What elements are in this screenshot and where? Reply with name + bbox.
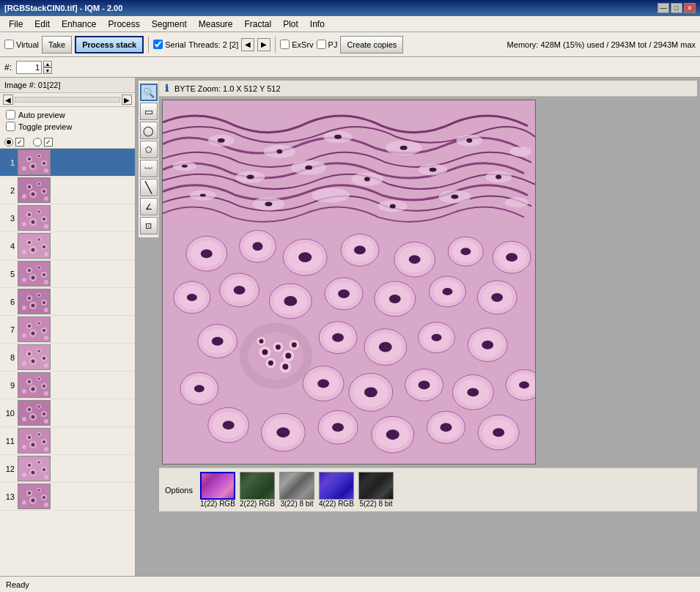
thumbnail-item-3[interactable]: 3 — [0, 204, 135, 232]
auto-preview-checkbox[interactable] — [6, 110, 15, 119]
checkbox-1[interactable]: ✓ — [15, 138, 24, 147]
ellipse-select-tool[interactable]: ◯ — [140, 122, 158, 139]
maximize-button[interactable]: □ — [671, 3, 682, 13]
close-button[interactable]: ✕ — [684, 3, 696, 13]
menu-fractal[interactable]: Fractal — [238, 18, 277, 31]
auto-preview-option[interactable]: Auto preview — [6, 110, 129, 119]
channel-5-thumb[interactable] — [358, 472, 394, 500]
freehand-select-tool[interactable]: 〰 — [140, 160, 158, 177]
svg-point-226 — [285, 353, 291, 359]
thumbnail-item-6[interactable]: 6 — [0, 288, 135, 316]
thumbnail-number-3: 3 — [1, 214, 15, 223]
thumbnail-item-10[interactable]: 10 — [0, 399, 135, 427]
canvas-area[interactable] — [159, 97, 697, 467]
thumbnail-item-13[interactable]: 13 — [0, 483, 135, 511]
menu-process[interactable]: Process — [102, 18, 145, 31]
svg-point-87 — [32, 360, 35, 363]
svg-point-53 — [43, 273, 45, 276]
pj-checkbox[interactable] — [317, 40, 326, 49]
svg-point-137 — [22, 500, 26, 505]
svg-point-176 — [451, 194, 458, 199]
menu-measure[interactable]: Measure — [193, 18, 239, 31]
svg-point-163 — [276, 149, 282, 154]
serial-checkbox[interactable] — [153, 40, 163, 49]
thumbnail-item-9[interactable]: 9 — [0, 371, 135, 399]
svg-point-31 — [43, 218, 45, 221]
rect-select-tool[interactable]: ▭ — [140, 103, 158, 120]
thumbnail-item-12[interactable]: 12 — [0, 455, 135, 483]
scroll-right-button[interactable]: ▶ — [122, 95, 132, 105]
zoom-tool[interactable]: 🔍 — [140, 84, 158, 101]
svg-point-109 — [32, 415, 35, 419]
radio-2[interactable] — [33, 138, 42, 147]
svg-point-261 — [419, 380, 430, 389]
scroll-left-button[interactable]: ◀ — [3, 95, 13, 105]
frame-spinner[interactable]: 1 ▲ ▼ — [16, 61, 52, 74]
prev-frame-button[interactable]: ◀ — [241, 38, 254, 51]
frame-up-arrow[interactable]: ▲ — [43, 61, 52, 67]
svg-point-175 — [390, 204, 396, 208]
svg-point-128 — [28, 464, 31, 467]
svg-point-171 — [430, 168, 437, 172]
line-tool[interactable]: ╲ — [140, 179, 158, 196]
menu-segment[interactable]: Segment — [146, 18, 193, 31]
menu-info[interactable]: Info — [304, 18, 331, 31]
radio-1[interactable] — [4, 138, 13, 147]
menu-enhance[interactable]: Enhance — [56, 18, 102, 31]
svg-point-222 — [262, 349, 268, 355]
next-frame-button[interactable]: ▶ — [257, 38, 270, 51]
thumbnail-item-7[interactable]: 7 — [0, 316, 135, 344]
svg-point-7 — [28, 158, 31, 160]
thumbnail-item-8[interactable]: 8 — [0, 344, 135, 371]
frame-down-arrow[interactable]: ▼ — [43, 67, 52, 74]
roi-tool[interactable]: ⊡ — [140, 217, 158, 234]
auto-preview-label: Auto preview — [18, 111, 65, 119]
create-copies-button[interactable]: Create copies — [340, 36, 403, 53]
menu-file[interactable]: File — [3, 18, 29, 31]
polygon-select-tool[interactable]: ⬠ — [140, 141, 158, 158]
channel-4-thumb[interactable] — [319, 472, 354, 500]
svg-point-40 — [28, 241, 31, 244]
thumbnail-image-4 — [18, 233, 51, 259]
thumbnail-image-12 — [18, 456, 51, 481]
thumbnail-item-2[interactable]: 2 — [0, 177, 135, 204]
toggle-preview-checkbox[interactable] — [6, 122, 15, 131]
menu-plot[interactable]: Plot — [277, 18, 304, 31]
channel-1-thumb[interactable] — [200, 472, 235, 500]
channel-3-thumb[interactable] — [279, 472, 314, 500]
svg-point-252 — [194, 385, 205, 392]
checkbox-2[interactable]: ✓ — [44, 138, 53, 147]
svg-point-106 — [28, 408, 31, 411]
thumbnail-item-5[interactable]: 5 — [0, 260, 135, 288]
toggle-preview-option[interactable]: Toggle preview — [6, 122, 129, 131]
thumbnail-item-11[interactable]: 11 — [0, 427, 135, 455]
svg-point-127 — [44, 475, 48, 479]
svg-point-255 — [317, 379, 329, 388]
svg-point-126 — [22, 473, 26, 477]
svg-point-139 — [28, 492, 31, 495]
thumbnail-item-1[interactable]: 1 — [0, 149, 135, 177]
minimize-button[interactable]: — — [657, 3, 669, 13]
status-text: Ready — [6, 580, 29, 589]
svg-point-243 — [379, 342, 392, 352]
svg-point-20 — [43, 190, 45, 193]
svg-point-174 — [265, 201, 272, 206]
histology-image[interactable] — [162, 100, 536, 465]
left-panel: Image #: 01[22] ◀ ▶ Auto preview Toggle … — [0, 78, 136, 576]
image-header-text: Image #: 01[22] — [4, 81, 60, 89]
svg-point-220 — [248, 332, 304, 380]
frame-number-input[interactable]: 1 — [16, 61, 42, 74]
take-button[interactable]: Take — [42, 36, 72, 53]
menu-edit[interactable]: Edit — [29, 18, 56, 31]
svg-point-138 — [44, 503, 48, 507]
svg-point-168 — [247, 175, 254, 180]
svg-point-49 — [22, 278, 26, 282]
virtual-checkbox[interactable] — [4, 40, 14, 49]
svg-point-141 — [43, 496, 45, 499]
exsrv-checkbox[interactable] — [280, 40, 290, 49]
channel-2-thumb[interactable] — [240, 472, 275, 500]
thumbnail-number-11: 11 — [1, 437, 15, 445]
thumbnail-item-4[interactable]: 4 — [0, 232, 135, 260]
angle-tool[interactable]: ∠ — [140, 198, 158, 215]
process-stack-button[interactable]: Process stack — [75, 36, 144, 53]
